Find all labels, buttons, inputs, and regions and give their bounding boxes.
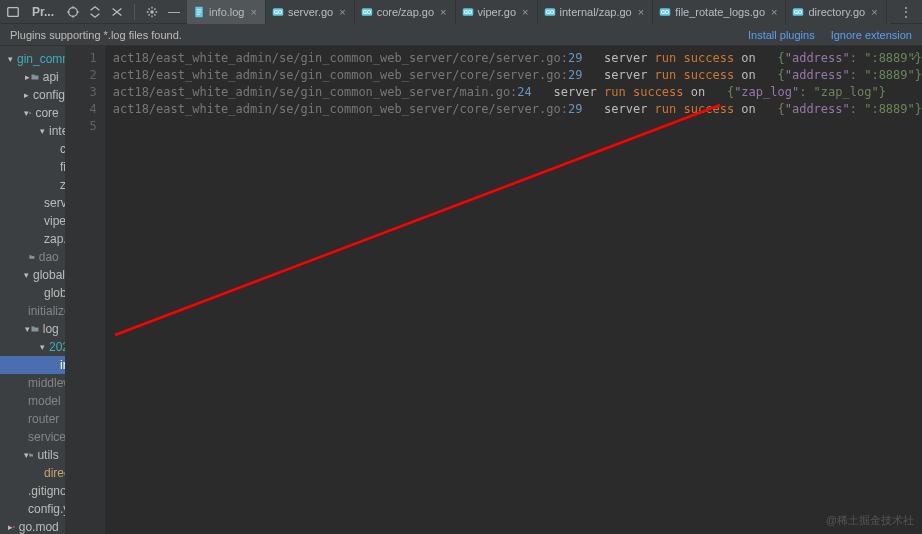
hide-icon[interactable]: —	[165, 3, 183, 21]
tree-item-label: initialize	[28, 304, 65, 318]
close-icon[interactable]: ×	[520, 6, 530, 18]
close-icon[interactable]: ×	[249, 6, 259, 18]
tree-item-file_rotate_logs-go[interactable]: GOfile_rotate_logs.go	[0, 158, 65, 176]
tree-item-label: service	[28, 430, 65, 444]
tree-item-label: api	[43, 70, 59, 84]
tab-label: directory.go	[808, 6, 865, 18]
svg-point-1	[69, 7, 78, 16]
tree-item-info-log[interactable]: info.log	[0, 356, 65, 374]
chevron-icon[interactable]: ▾	[40, 342, 45, 352]
tree-item-server-go[interactable]: GOserver.go	[0, 194, 65, 212]
code-line[interactable]: act18/east_white_admin/se/gin_common_web…	[105, 101, 922, 118]
chevron-icon[interactable]: ▸	[24, 72, 31, 82]
tree-item-middleware[interactable]: middleware	[0, 374, 65, 392]
close-icon[interactable]: ×	[337, 6, 347, 18]
collapse-icon[interactable]	[108, 3, 126, 21]
tree-item-model[interactable]: model	[0, 392, 65, 410]
tree-item-label: zap.go	[44, 232, 65, 246]
tree-item-core[interactable]: ▾core	[0, 104, 65, 122]
svg-text:GO: GO	[363, 9, 371, 15]
tree-item-zap-go[interactable]: GOzap.go	[0, 230, 65, 248]
go-icon: GO	[462, 6, 474, 18]
tree-item-log[interactable]: ▾log	[0, 320, 65, 338]
target-icon[interactable]	[64, 3, 82, 21]
tree-item-utils[interactable]: ▾utils	[0, 446, 65, 464]
tree-item-gin_common_web_server[interactable]: ▾gin_common_web_server~/D	[0, 50, 65, 68]
tab-viper-go[interactable]: GOviper.go×	[456, 0, 538, 24]
install-plugins-link[interactable]: Install plugins	[748, 29, 815, 41]
tree-item-label: utils	[37, 448, 58, 462]
svg-text:GO: GO	[661, 9, 669, 15]
code-line[interactable]: act18/east_white_admin/se/gin_common_web…	[105, 50, 922, 67]
chevron-icon[interactable]: ▾	[24, 270, 29, 280]
line-number: 5	[65, 118, 97, 135]
tree-item-global-go[interactable]: GOglobal.go	[0, 284, 65, 302]
tree-item-label: viper.go	[44, 214, 65, 228]
notification-bar: Plugins supporting *.log files found. In…	[0, 24, 922, 46]
tree-item-zap-go[interactable]: GOzap.go	[0, 176, 65, 194]
go-icon: GO	[792, 6, 804, 18]
watermark: @稀土掘金技术社	[826, 513, 914, 528]
tab-internal-zap-go[interactable]: GOinternal/zap.go×	[538, 0, 654, 24]
tree-item-internal[interactable]: ▾internal	[0, 122, 65, 140]
tree-item-dao[interactable]: dao	[0, 248, 65, 266]
checkmark-icon: ✓	[911, 50, 918, 64]
close-icon[interactable]: ×	[438, 6, 448, 18]
tab-file_rotate_logs-go[interactable]: GOfile_rotate_logs.go×	[653, 0, 786, 24]
tree-item-api[interactable]: ▸api	[0, 68, 65, 86]
tab-label: file_rotate_logs.go	[675, 6, 765, 18]
tree-item-router[interactable]: router	[0, 410, 65, 428]
tree-item-config-yaml[interactable]: config.yaml	[0, 500, 65, 518]
tree-item-directory-go[interactable]: GOdirectory.go	[0, 464, 65, 482]
chevron-icon[interactable]: ▾	[24, 324, 31, 334]
close-icon[interactable]: ×	[869, 6, 879, 18]
tab-directory-go[interactable]: GOdirectory.go×	[786, 0, 886, 24]
tree-item-label: .gitignore	[28, 484, 65, 498]
go-icon: GO	[659, 6, 671, 18]
tree-item-label: global.go	[44, 286, 65, 300]
tab-dropdown-icon[interactable]: ⋮	[894, 5, 918, 19]
tree-item-viper-go[interactable]: GOviper.go	[0, 212, 65, 230]
svg-text:GO: GO	[463, 9, 471, 15]
code-line[interactable]: act18/east_white_admin/se/gin_common_web…	[105, 67, 922, 84]
svg-text:GO: GO	[274, 9, 282, 15]
tab-label: internal/zap.go	[560, 6, 632, 18]
editor[interactable]: 12345 act18/east_white_admin/se/gin_comm…	[65, 46, 922, 534]
tree-item-label: dao	[39, 250, 59, 264]
tree-item-label: model	[28, 394, 61, 408]
project-tree[interactable]: ▾gin_common_web_server~/D▸api▸config▾cor…	[0, 46, 65, 534]
code-content[interactable]: act18/east_white_admin/se/gin_common_web…	[105, 46, 922, 534]
tree-item-go-mod[interactable]: ▸go.mod	[0, 518, 65, 534]
line-number: 4	[65, 101, 97, 118]
gutter: 12345	[65, 46, 105, 534]
svg-rect-0	[8, 7, 19, 16]
tree-item-2023-03-22[interactable]: ▾2023-03-22	[0, 338, 65, 356]
tab-label: core/zap.go	[377, 6, 434, 18]
chevron-icon[interactable]: ▾	[8, 54, 13, 64]
tree-item-service[interactable]: service	[0, 428, 65, 446]
code-line[interactable]: act18/east_white_admin/se/gin_common_web…	[105, 84, 922, 101]
tab-info-log[interactable]: info.log×	[187, 0, 266, 24]
project-tool-icon[interactable]	[4, 3, 22, 21]
close-icon[interactable]: ×	[636, 6, 646, 18]
tree-item-global[interactable]: ▾global	[0, 266, 65, 284]
tree-item-label: log	[43, 322, 59, 336]
project-label: Pr...	[26, 5, 60, 19]
tree-item-label: gin_common_web_server	[17, 52, 65, 66]
chevron-icon[interactable]: ▸	[24, 90, 29, 100]
svg-rect-45	[13, 526, 14, 527]
tree-item-constants-go[interactable]: GOconstants.go	[0, 140, 65, 158]
tree-item-label: go.mod	[19, 520, 59, 534]
tab-server-go[interactable]: GOserver.go×	[266, 0, 355, 24]
tree-item-config[interactable]: ▸config	[0, 86, 65, 104]
expand-icon[interactable]	[86, 3, 104, 21]
svg-point-6	[150, 10, 154, 14]
tree-item-initialize[interactable]: initialize	[0, 302, 65, 320]
chevron-icon[interactable]: ▾	[40, 126, 45, 136]
ignore-extension-link[interactable]: Ignore extension	[831, 29, 912, 41]
close-icon[interactable]: ×	[769, 6, 779, 18]
tree-item--gitignore[interactable]: .gitignore	[0, 482, 65, 500]
tab-core-zap-go[interactable]: GOcore/zap.go×	[355, 0, 456, 24]
tree-item-label: internal	[49, 124, 65, 138]
gear-icon[interactable]	[143, 3, 161, 21]
